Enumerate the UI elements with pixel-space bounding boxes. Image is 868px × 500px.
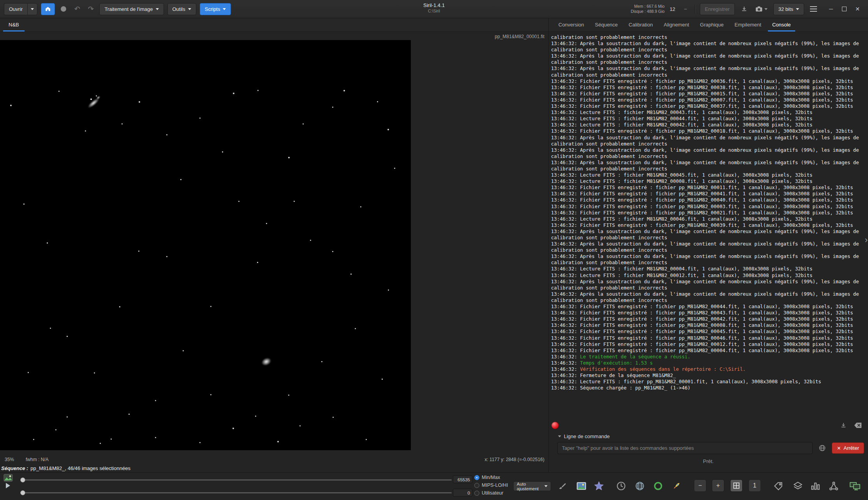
rocket-tool-button[interactable] xyxy=(671,480,682,492)
hi-value-entry[interactable]: 65535 xyxy=(453,475,472,483)
camera-button[interactable] xyxy=(754,3,769,15)
tab-empilement[interactable]: Empilement xyxy=(730,18,766,32)
lo-slider-handle[interactable] xyxy=(20,490,25,495)
open-split-button: Ouvrir xyxy=(4,3,37,15)
log-message: Fichier FITS enregistré : fichier pp_M81… xyxy=(580,210,853,216)
log-timestamp: 13:46:32: xyxy=(551,316,580,322)
tab-sequence[interactable]: Séquence xyxy=(591,18,622,32)
save-button[interactable]: Enregistrer xyxy=(700,3,735,15)
log-line: calibration sont probablement incorrects xyxy=(551,247,866,253)
ring-tool-button[interactable] xyxy=(652,480,664,492)
display-mode-icon[interactable] xyxy=(4,474,13,482)
star xyxy=(257,90,259,91)
tab-calibration[interactable]: Calibration xyxy=(624,18,657,32)
star xyxy=(394,168,395,169)
tab-alignement[interactable]: Alignement xyxy=(659,18,693,32)
log-message: Après la soustraction du dark, l'image c… xyxy=(580,160,859,165)
minimize-button[interactable]: ─ xyxy=(824,3,838,15)
log-line: 13:46:32: Vérification des séquences dan… xyxy=(551,366,866,372)
log-line: calibration sont probablement incorrects xyxy=(551,72,866,78)
maximize-button[interactable] xyxy=(838,3,851,15)
home-button[interactable] xyxy=(41,3,55,15)
monitors-tool-button[interactable] xyxy=(849,480,861,492)
tools-menu-button[interactable]: Outils xyxy=(167,3,196,15)
panel-expander[interactable]: › xyxy=(865,237,868,243)
log-timestamp: 13:46:32: xyxy=(551,347,580,353)
scripts-menu-button[interactable]: Scripts xyxy=(200,3,231,15)
radio-utilisateur[interactable]: Utilisateur xyxy=(474,489,508,497)
zoom-in-button[interactable]: + xyxy=(712,479,724,492)
console-log[interactable]: calibration sont probablement incorrects… xyxy=(549,32,868,419)
log-timestamp: 13:46:32: xyxy=(551,222,580,228)
log-message: calibration sont probablement incorrects xyxy=(551,247,667,253)
bitdepth-label: 32 bits xyxy=(778,6,793,12)
log-line: calibration sont probablement incorrects xyxy=(551,47,866,53)
lo-value-entry[interactable]: 0 xyxy=(453,489,472,496)
star xyxy=(266,223,267,224)
log-line: 13:46:32: Lecture FITS : fichier M81&M82… xyxy=(551,266,866,272)
log-message: calibration sont probablement incorrects xyxy=(551,297,667,303)
cutoff-play-icon[interactable] xyxy=(6,483,10,488)
stop-button[interactable]: ✕ Arrêter xyxy=(832,442,864,454)
histogram-tool-button[interactable] xyxy=(810,480,821,492)
star xyxy=(332,107,333,108)
bitdepth-select[interactable]: 32 bits xyxy=(773,3,804,15)
log-record-button[interactable] xyxy=(551,422,559,429)
photo-tool-button[interactable] xyxy=(576,480,587,492)
star xyxy=(119,306,120,307)
open-dropdown-button[interactable] xyxy=(27,3,37,15)
layers-tool-button[interactable] xyxy=(792,480,804,492)
image-processing-menu-button[interactable]: Traitement de l'image xyxy=(99,3,164,15)
stop-x-icon: ✕ xyxy=(837,446,841,451)
image-processing-label: Traitement de l'image xyxy=(104,6,153,12)
divider xyxy=(695,4,695,14)
zoom-fit-button[interactable] xyxy=(730,479,743,492)
snapshot-button[interactable] xyxy=(739,3,749,15)
export-log-button[interactable] xyxy=(838,419,849,432)
log-message: Lecture FITS : fichier M81&M82_00008.fit… xyxy=(580,178,813,184)
tag-tool-button[interactable] xyxy=(773,480,784,492)
star xyxy=(180,179,181,180)
log-line: 13:46:32: Fichier FITS enregistré : fich… xyxy=(551,304,866,310)
radio-min-max[interactable]: Min/Max xyxy=(474,474,508,481)
sequence-info-bar: Séquence : pp_M81&M82_, 46/46 images sél… xyxy=(0,463,548,473)
globe-tool-button[interactable] xyxy=(634,480,646,492)
hi-slider-handle[interactable] xyxy=(20,477,25,482)
star xyxy=(47,242,48,244)
clock-tool-button[interactable] xyxy=(615,480,627,492)
log-timestamp: 13:46:32: xyxy=(551,272,580,278)
rocket-icon xyxy=(671,481,681,491)
tab-console[interactable]: Console xyxy=(768,18,795,32)
tab-graphique[interactable]: Graphique xyxy=(696,18,728,32)
maximize-icon xyxy=(842,7,847,11)
command-input[interactable] xyxy=(557,442,813,454)
nodes-tool-button[interactable] xyxy=(828,480,840,492)
log-message: Fichier FITS enregistré : fichier pp_M81… xyxy=(580,197,853,203)
brush-button[interactable] xyxy=(558,482,567,491)
radio-mips-lo-hi[interactable]: MIPS-LO/HI xyxy=(474,481,508,489)
redo-button[interactable]: ↷ xyxy=(86,3,96,15)
open-button[interactable]: Ouvrir xyxy=(4,3,27,15)
star-tool-button[interactable] xyxy=(593,480,605,492)
lo-slider-track[interactable] xyxy=(21,492,452,493)
undo-button[interactable]: ↶ xyxy=(72,3,82,15)
working-directory: C:\Siril xyxy=(423,9,445,14)
log-line: 13:46:32: Lecture FITS : fichier M81&M82… xyxy=(551,109,866,116)
astro-image-canvas[interactable] xyxy=(0,40,411,450)
clear-log-button[interactable] xyxy=(852,419,863,432)
zoom-one-button[interactable]: 1 xyxy=(748,479,761,492)
tab-conversion[interactable]: Conversion xyxy=(554,18,588,32)
adjustment-select[interactable]: Auto ajustement xyxy=(513,481,551,491)
record-button[interactable] xyxy=(58,3,69,15)
hamburger-menu-button[interactable] xyxy=(808,3,819,15)
log-message: Lecture FITS : fichier M81&M82_00043.fit… xyxy=(580,109,813,115)
close-button[interactable]: ✕ xyxy=(851,3,864,15)
network-button[interactable] xyxy=(817,442,828,454)
command-line-section[interactable]: Ligne de commande xyxy=(549,432,868,441)
record-icon xyxy=(61,6,66,12)
hi-slider-track[interactable] xyxy=(21,479,452,481)
zoom-out-button[interactable]: − xyxy=(694,479,706,492)
threads-minus-button[interactable]: − xyxy=(680,3,690,15)
tab-nb[interactable]: N&B xyxy=(3,18,25,32)
star xyxy=(387,129,389,130)
